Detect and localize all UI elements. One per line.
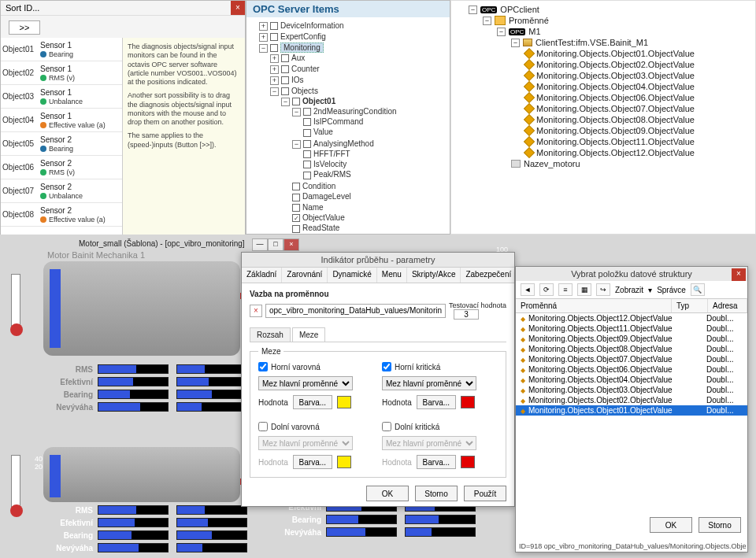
close-icon[interactable]: ×	[732, 268, 746, 281]
checkbox[interactable]	[292, 204, 300, 212]
sortid-row[interactable]: Object07Sensor 2Unbalance	[1, 179, 122, 203]
lower-warning-checkbox[interactable]	[258, 422, 268, 431]
cancel-button[interactable]: Storno	[415, 486, 458, 501]
refresh-icon[interactable]: ⟳	[539, 283, 554, 296]
opc-client-item[interactable]: Monitoring.Objects.Object08.ObjectValue	[525, 114, 752, 125]
checkbox[interactable]	[292, 183, 300, 190]
list-item[interactable]: ◆Monitoring.Objects.Object09.ObjectValue…	[516, 334, 747, 344]
tab-základní[interactable]: Základní	[242, 268, 282, 283]
list-item[interactable]: ◆Monitoring.Objects.Object11.ObjectValue…	[516, 323, 747, 334]
cancel-button[interactable]: Storno	[699, 517, 741, 533]
checkbox[interactable]	[281, 87, 289, 95]
tab-zarovnání[interactable]: Zarovnání	[282, 268, 328, 283]
checkbox[interactable]	[303, 108, 311, 116]
sortid-row[interactable]: Object02Sensor 1RMS (v)	[1, 61, 122, 85]
motor-widget-1[interactable]: Motor Bainit Mechanika 1 RMS Efektivní B…	[0, 250, 260, 356]
tab-skripty/akce[interactable]: Skripty/Akce	[407, 268, 461, 283]
upper-warning-select[interactable]: Mez hlavní proměnné	[258, 376, 353, 390]
expand-icon[interactable]: +	[259, 22, 268, 31]
test-value-input[interactable]	[454, 309, 479, 320]
opc-client-item[interactable]: Monitoring.Objects.Object11.ObjectValue	[525, 136, 752, 147]
opc-client-item[interactable]: Monitoring.Objects.Object04.ObjectValue	[525, 81, 752, 92]
opc-client-item[interactable]: Monitoring.Objects.Object07.ObjectValue	[525, 103, 752, 114]
checkbox[interactable]	[292, 98, 300, 105]
tab-dynamické[interactable]: Dynamické	[328, 268, 376, 283]
collapse-icon[interactable]: −	[511, 39, 520, 47]
upper-critical-select[interactable]: Mez hlavní proměnné	[382, 376, 476, 390]
color-button[interactable]: Barva...	[417, 455, 456, 469]
expand-icon[interactable]: +	[270, 65, 279, 74]
lower-critical-checkbox[interactable]	[382, 422, 391, 431]
toolbar-label[interactable]: Zobrazit	[615, 286, 643, 294]
checkbox[interactable]	[292, 225, 300, 233]
collapse-icon[interactable]: −	[469, 6, 477, 14]
checkbox[interactable]	[303, 118, 311, 126]
grid-icon[interactable]: ▦	[577, 283, 591, 296]
checkbox[interactable]	[303, 140, 311, 148]
col-header-type[interactable]: Typ	[672, 299, 708, 312]
forward-icon[interactable]: ↪	[596, 283, 610, 296]
list-item[interactable]: ◆Monitoring.Objects.Object08.ObjectValue…	[516, 344, 747, 354]
checkbox[interactable]	[303, 150, 311, 158]
nav-back-icon[interactable]: ◄	[521, 283, 535, 296]
ok-button[interactable]: OK	[650, 517, 692, 533]
clear-binding-button[interactable]: ×	[250, 305, 262, 317]
close-icon[interactable]: ×	[284, 238, 299, 251]
list-icon[interactable]: ≡	[558, 283, 573, 296]
checkbox[interactable]	[303, 172, 311, 179]
list-item[interactable]: ◆Monitoring.Objects.Object01.ObjectValue…	[516, 405, 747, 416]
upper-critical-checkbox[interactable]	[382, 362, 391, 371]
checkbox[interactable]	[270, 33, 278, 41]
upper-warning-checkbox[interactable]	[258, 362, 268, 371]
sortid-row[interactable]: Object05Sensor 2Bearing	[1, 132, 122, 156]
list-item[interactable]: ◆Monitoring.Objects.Object12.ObjectValue…	[516, 313, 747, 323]
list-item[interactable]: ◆Monitoring.Objects.Object03.ObjectValue…	[516, 385, 747, 395]
sortid-row[interactable]: Object06Sensor 2RMS (v)	[1, 156, 122, 179]
opc-client-item[interactable]: Monitoring.Objects.Object12.ObjectValue	[525, 147, 752, 158]
opc-client-item[interactable]: Monitoring.Objects.Object03.ObjectValue	[525, 70, 752, 81]
checkbox[interactable]	[303, 129, 311, 137]
checkbox[interactable]	[281, 54, 289, 62]
collapse-icon[interactable]: −	[483, 17, 491, 25]
checkbox[interactable]	[270, 44, 278, 52]
color-button[interactable]: Barva...	[417, 395, 456, 409]
checkbox[interactable]	[292, 194, 300, 201]
search-icon[interactable]: 🔍	[691, 283, 705, 296]
close-icon[interactable]: ×	[231, 1, 245, 15]
maximize-icon[interactable]: □	[268, 238, 284, 251]
list-item[interactable]: ◆Monitoring.Objects.Object04.ObjectValue…	[516, 375, 747, 385]
forward-button[interactable]: >>	[9, 20, 40, 35]
col-header-variable[interactable]: Proměnná	[516, 299, 672, 312]
expand-icon[interactable]: +	[270, 76, 279, 85]
motor-widget-2[interactable]: RMS Efektivní Bearing Nevýváha	[0, 447, 260, 502]
sortid-row[interactable]: Object01Sensor 1Bearing	[1, 38, 122, 61]
tab-menu[interactable]: Menu	[377, 268, 407, 283]
checkbox[interactable]	[270, 22, 278, 30]
checkbox[interactable]	[281, 65, 289, 73]
checkbox[interactable]: ✓	[292, 214, 300, 222]
collapse-icon[interactable]: −	[259, 44, 268, 53]
apply-button[interactable]: Použít	[464, 486, 506, 501]
opc-client-item[interactable]: Monitoring.Objects.Object02.ObjectValue	[525, 59, 752, 70]
collapse-icon[interactable]: −	[270, 87, 279, 96]
subtab-rozsah[interactable]: Rozsah	[250, 327, 291, 342]
minimize-icon[interactable]: —	[252, 238, 268, 251]
collapse-icon[interactable]: −	[292, 108, 301, 116]
sortid-row[interactable]: Object03Sensor 1Unbalance	[1, 85, 122, 109]
list-item[interactable]: ◆Monitoring.Objects.Object06.ObjectValue…	[516, 364, 747, 375]
collapse-icon[interactable]: −	[497, 28, 506, 36]
toolbar-label[interactable]: Správce	[657, 286, 686, 294]
opc-client-item[interactable]: Monitoring.Objects.Object06.ObjectValue	[525, 92, 752, 103]
color-button[interactable]: Barva...	[293, 455, 332, 469]
tab-zabezpečení[interactable]: Zabezpečení	[461, 268, 517, 283]
list-item[interactable]: ◆Monitoring.Objects.Object02.ObjectValue…	[516, 395, 747, 405]
checkbox[interactable]	[281, 76, 289, 84]
binding-input[interactable]	[265, 304, 446, 318]
checkbox[interactable]	[303, 161, 311, 168]
sortid-row[interactable]: Object04Sensor 1Effective value (a)	[1, 109, 122, 132]
list-item[interactable]: ◆Monitoring.Objects.Object07.ObjectValue…	[516, 354, 747, 364]
ok-button[interactable]: OK	[366, 486, 409, 501]
opc-client-item[interactable]: Monitoring.Objects.Object09.ObjectValue	[525, 125, 752, 136]
collapse-icon[interactable]: −	[281, 98, 290, 106]
col-header-address[interactable]: Adresa	[708, 299, 747, 312]
